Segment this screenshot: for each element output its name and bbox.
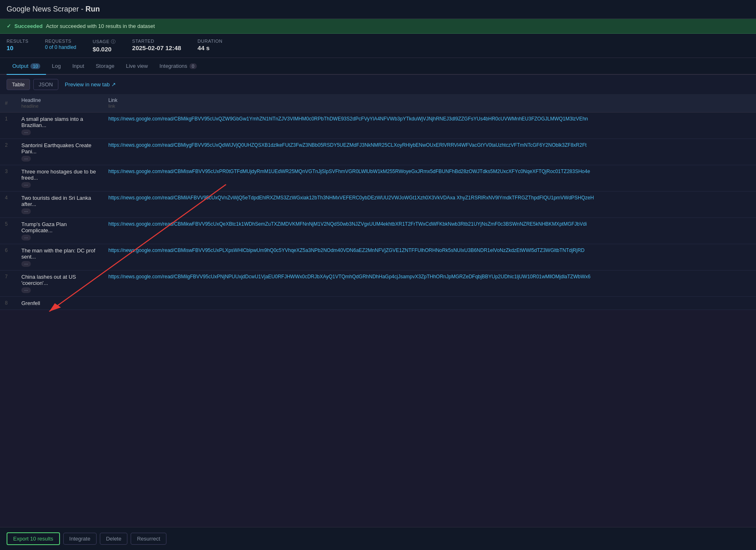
row-headline: Grenfell (16, 297, 104, 310)
row-headline: Two tourists died in Sri Lanka after...·… (16, 192, 104, 218)
row-link-anchor[interactable]: https://news.google.com/read/CBMilAFBVV9… (108, 195, 594, 201)
table-row: 3Three more hostages due to be freed...·… (0, 165, 756, 192)
page-header: Google News Scraper - Run (0, 0, 756, 19)
row-link[interactable]: https://news.google.com/read/CBMilgFBVV9… (104, 270, 756, 297)
row-link[interactable]: https://news.google.com/read/CBMiygFBVV9… (104, 139, 756, 165)
col-headline: Headline headline (16, 94, 104, 113)
status-badge: Succeeded (14, 23, 43, 29)
toolbar: Table JSON Preview in new tab ↗ (0, 75, 756, 94)
row-link[interactable] (104, 297, 756, 310)
export-button[interactable]: Export 10 results (7, 532, 60, 545)
delete-button[interactable]: Delete (100, 533, 128, 545)
row-link[interactable]: https://news.google.com/read/CBMiswFBVV9… (104, 244, 756, 270)
table-row: 5Trump's Gaza Plan Complicate...···https… (0, 218, 756, 244)
row-num: 2 (0, 139, 16, 165)
banner-message: Actor succeeded with 10 results in the d… (46, 23, 155, 29)
stat-requests-label: REQUESTS (45, 39, 76, 44)
row-num: 8 (0, 297, 16, 310)
stat-started-value: 2025-02-07 12:48 (132, 44, 181, 51)
tabs-bar: Output 10 Log Input Storage Live view In… (0, 58, 756, 75)
tab-integrations-badge: 0 (189, 63, 197, 69)
page-title: Google News Scraper - Run (7, 5, 100, 14)
row-num: 4 (0, 192, 16, 218)
tab-input[interactable]: Input (67, 58, 90, 75)
tab-output-badge: 10 (30, 63, 40, 69)
resurrect-button[interactable]: Resurrect (131, 533, 166, 545)
row-headline: The man with the plan: DC prof sent...··… (16, 244, 104, 270)
table-row: 8Grenfell (0, 297, 756, 310)
stat-usage-label: USAGE ⓘ (93, 39, 116, 45)
tab-log[interactable]: Log (46, 58, 67, 75)
stat-usage: USAGE ⓘ $0.020 (93, 39, 116, 53)
stat-requests-value: 0 of 0 handled (45, 44, 76, 50)
table-row: 2Santorini Earthquakes Create Pani...···… (0, 139, 756, 165)
table-row: 4Two tourists died in Sri Lanka after...… (0, 192, 756, 218)
stat-duration: DURATION 44 s (198, 39, 223, 51)
row-headline: Three more hostages due to be freed...··… (16, 165, 104, 192)
more-button[interactable]: ··· (21, 287, 31, 293)
stat-usage-value: $0.020 (93, 46, 116, 53)
more-button[interactable]: ··· (21, 261, 31, 267)
results-table: # Headline headline Link link 1A small p… (0, 94, 756, 310)
row-headline: Santorini Earthquakes Create Pani...··· (16, 139, 104, 165)
table-row: 7China lashes out at US 'coercion'...···… (0, 270, 756, 297)
preview-link[interactable]: Preview in new tab ↗ (65, 81, 116, 88)
tab-integrations[interactable]: Integrations 0 (154, 58, 203, 75)
more-button[interactable]: ··· (21, 129, 31, 135)
row-headline: China lashes out at US 'coercion'...··· (16, 270, 104, 297)
external-link-icon: ↗ (111, 81, 116, 88)
row-link-anchor[interactable]: https://news.google.com/read/CBMiswFBVV9… (108, 169, 590, 174)
json-view-button[interactable]: JSON (33, 79, 58, 90)
stat-duration-value: 44 s (198, 44, 223, 51)
stat-duration-label: DURATION (198, 39, 223, 44)
more-button[interactable]: ··· (21, 182, 31, 188)
row-link-anchor[interactable]: https://news.google.com/read/CBMikwFBVV9… (108, 221, 587, 227)
table-row: 6The man with the plan: DC prof sent...·… (0, 244, 756, 270)
row-link-anchor[interactable]: https://news.google.com/read/CBMikgFBVV9… (108, 116, 588, 122)
tab-live-view[interactable]: Live view (120, 58, 153, 75)
check-icon: ✓ (7, 23, 11, 29)
footer-bar: Export 10 results Integrate Delete Resur… (0, 527, 756, 550)
stats-bar: RESULTS 10 REQUESTS 0 of 0 handled USAGE… (0, 34, 756, 58)
tab-storage[interactable]: Storage (90, 58, 120, 75)
row-num: 1 (0, 113, 16, 139)
table-header-row: # Headline headline Link link (0, 94, 756, 113)
row-num: 3 (0, 165, 16, 192)
row-headline: A small plane slams into a Brazilian...·… (16, 113, 104, 139)
col-link: Link link (104, 94, 756, 113)
more-button[interactable]: ··· (21, 208, 31, 214)
more-button[interactable]: ··· (21, 156, 31, 162)
row-link-anchor[interactable]: https://news.google.com/read/CBMilgFBVV9… (108, 274, 590, 280)
data-table-wrapper: # Headline headline Link link 1A small p… (0, 94, 756, 310)
row-link-anchor[interactable]: https://news.google.com/read/CBMiygFBVV9… (108, 142, 587, 148)
stat-started: STARTED 2025-02-07 12:48 (132, 39, 181, 51)
row-num: 7 (0, 270, 16, 297)
row-link-anchor[interactable]: https://news.google.com/read/CBMiswFBVV9… (108, 247, 585, 253)
stat-requests: REQUESTS 0 of 0 handled (45, 39, 76, 50)
row-link[interactable]: https://news.google.com/read/CBMikgFBVV9… (104, 113, 756, 139)
more-button[interactable]: ··· (21, 235, 31, 240)
stat-started-label: STARTED (132, 39, 181, 44)
table-row: 1A small plane slams into a Brazilian...… (0, 113, 756, 139)
row-link[interactable]: https://news.google.com/read/CBMiswFBVV9… (104, 165, 756, 192)
success-banner: ✓ Succeeded Actor succeeded with 10 resu… (0, 19, 756, 34)
integrate-button[interactable]: Integrate (63, 533, 97, 545)
table-view-button[interactable]: Table (7, 79, 30, 90)
row-num: 5 (0, 218, 16, 244)
row-num: 6 (0, 244, 16, 270)
row-headline: Trump's Gaza Plan Complicate...··· (16, 218, 104, 244)
row-link[interactable]: https://news.google.com/read/CBMilAFBVV9… (104, 192, 756, 218)
col-num: # (0, 94, 16, 113)
stat-results-value: 10 (7, 44, 28, 51)
tab-output[interactable]: Output 10 (7, 58, 46, 75)
stat-results: RESULTS 10 (7, 39, 28, 51)
row-link[interactable]: https://news.google.com/read/CBMikwFBVV9… (104, 218, 756, 244)
stat-results-label: RESULTS (7, 39, 28, 44)
